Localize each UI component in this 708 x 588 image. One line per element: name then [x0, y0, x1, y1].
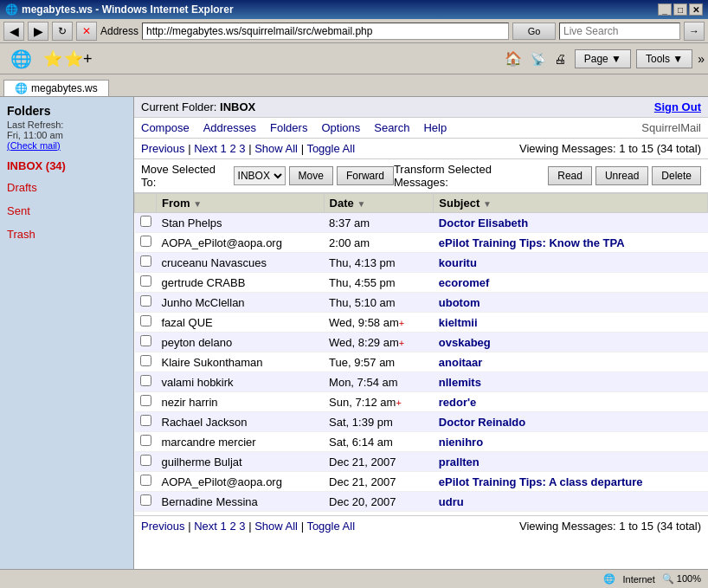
- email-subject-link[interactable]: nienihro: [439, 436, 483, 449]
- print-icon[interactable]: 🖨: [554, 52, 566, 66]
- sidebar-item-trash[interactable]: Trash: [7, 226, 126, 242]
- favorites-icon[interactable]: ⭐: [43, 49, 62, 68]
- email-checkbox[interactable]: [140, 494, 151, 506]
- maximize-button[interactable]: □: [673, 3, 687, 16]
- page-1-bottom-link[interactable]: 1: [221, 520, 227, 533]
- email-subject-link[interactable]: redor'e: [439, 396, 477, 409]
- email-subject-link[interactable]: kieltmii: [439, 316, 478, 329]
- prev-link[interactable]: Previous: [141, 142, 185, 155]
- email-subject-link[interactable]: ovskabeg: [439, 336, 491, 349]
- nav-compose[interactable]: Compose: [141, 121, 190, 134]
- email-from: marcandre mercier: [157, 432, 325, 452]
- nav-help[interactable]: Help: [423, 121, 447, 134]
- email-subject: nienihro: [434, 432, 708, 452]
- email-checkbox[interactable]: [140, 455, 151, 466]
- email-from: gertrude CRABB: [157, 273, 325, 293]
- more-icon[interactable]: »: [698, 52, 705, 66]
- toggle-all-bottom-link[interactable]: Toggle All: [306, 520, 355, 533]
- address-input[interactable]: [142, 23, 509, 40]
- email-checkbox[interactable]: [140, 475, 151, 486]
- email-checkbox[interactable]: [140, 395, 151, 406]
- page-2-link[interactable]: 2: [229, 142, 235, 155]
- email-checkbox[interactable]: [140, 335, 151, 346]
- search-go-button[interactable]: →: [684, 22, 705, 41]
- rss-icon[interactable]: 📡: [531, 52, 545, 66]
- email-subject-link[interactable]: nllemits: [439, 376, 481, 389]
- stop-button[interactable]: ✕: [76, 22, 97, 41]
- show-all-link[interactable]: Show All: [254, 142, 298, 155]
- email-checkbox[interactable]: [140, 216, 151, 227]
- nav-addresses[interactable]: Addresses: [203, 121, 256, 134]
- tools-button[interactable]: Tools ▼: [636, 49, 692, 68]
- email-checkbox[interactable]: [140, 275, 151, 287]
- email-subject-link[interactable]: ePilot Training Tips: Know the TPA: [439, 236, 625, 249]
- next-link[interactable]: Next: [194, 142, 217, 155]
- email-subject: prallten: [434, 452, 708, 472]
- folder-select[interactable]: INBOX: [234, 166, 286, 185]
- sign-out-link[interactable]: Sign Out: [654, 100, 701, 113]
- email-from: peyton delano: [157, 333, 325, 352]
- email-subject: nllemits: [434, 372, 708, 392]
- table-row: guilherme BuljatDec 21, 2007prallten: [135, 452, 708, 472]
- sort-subject-icon[interactable]: ▼: [483, 199, 492, 209]
- toggle-all-link[interactable]: Toggle All: [306, 142, 355, 155]
- email-checkbox[interactable]: [140, 355, 151, 366]
- email-checkbox[interactable]: [140, 315, 151, 326]
- email-from: nezir harrin: [157, 392, 325, 412]
- nav-options[interactable]: Options: [321, 121, 360, 134]
- email-checkbox[interactable]: [140, 295, 151, 307]
- th-from[interactable]: From ▼: [157, 194, 325, 213]
- email-checkbox[interactable]: [140, 236, 151, 247]
- go-button[interactable]: Go: [512, 23, 556, 40]
- email-subject-link[interactable]: anoitaar: [439, 356, 483, 369]
- email-subject-link[interactable]: ePilot Training Tips: A class departure: [439, 475, 643, 488]
- unread-button[interactable]: Unread: [595, 166, 648, 185]
- close-button[interactable]: ✕: [689, 3, 703, 16]
- email-date: Dec 21, 2007: [324, 452, 434, 472]
- email-subject-link[interactable]: ubotom: [439, 296, 480, 309]
- search-input[interactable]: [559, 23, 680, 40]
- forward-button[interactable]: Forward: [337, 166, 394, 185]
- email-subject-link[interactable]: prallten: [439, 456, 480, 468]
- home-icon[interactable]: 🏠: [505, 50, 522, 67]
- next-bottom-link[interactable]: Next: [194, 520, 217, 533]
- email-subject-link[interactable]: Doctor Reinaldo: [439, 416, 525, 429]
- tab-megabytes[interactable]: 🌐 megabytes.ws: [3, 80, 109, 96]
- sidebar-item-drafts[interactable]: Drafts: [7, 179, 126, 196]
- add-favorites-icon[interactable]: ⭐+: [64, 49, 93, 68]
- th-date[interactable]: Date ▼: [324, 194, 434, 213]
- page-2-bottom-link[interactable]: 2: [229, 520, 235, 533]
- email-checkbox[interactable]: [140, 375, 151, 386]
- forward-button[interactable]: ▶: [28, 22, 48, 41]
- nav-search[interactable]: Search: [374, 121, 409, 134]
- back-button[interactable]: ◀: [3, 22, 24, 41]
- move-button[interactable]: Move: [289, 166, 333, 185]
- email-subject-link[interactable]: Doctor Elisabeth: [439, 216, 528, 229]
- sort-date-icon[interactable]: ▼: [357, 199, 365, 209]
- email-subject-link[interactable]: ecoromef: [439, 276, 490, 289]
- sidebar-item-sent[interactable]: Sent: [7, 203, 126, 219]
- sort-from-icon[interactable]: ▼: [193, 199, 202, 209]
- email-checkbox[interactable]: [140, 435, 151, 446]
- table-row: marcandre mercierSat, 6:14 amnienihro: [135, 432, 708, 452]
- prev-bottom-link[interactable]: Previous: [141, 520, 185, 533]
- email-date: Wed, 9:58 am+: [324, 313, 434, 333]
- check-mail-link[interactable]: (Check mail): [7, 140, 126, 151]
- email-subject-link[interactable]: udru: [439, 495, 464, 508]
- email-checkbox[interactable]: [140, 415, 151, 426]
- email-subject-link[interactable]: kouritu: [439, 256, 477, 269]
- minimize-button[interactable]: _: [658, 3, 672, 16]
- sidebar-item-inbox[interactable]: INBOX (34): [7, 159, 126, 172]
- refresh-button[interactable]: ↻: [52, 22, 73, 41]
- th-subject[interactable]: Subject ▼: [434, 194, 708, 213]
- page-3-link[interactable]: 3: [239, 142, 245, 155]
- email-checkbox[interactable]: [140, 255, 151, 267]
- show-all-bottom-link[interactable]: Show All: [254, 520, 298, 533]
- page-3-bottom-link[interactable]: 3: [239, 520, 245, 533]
- read-button[interactable]: Read: [548, 166, 592, 185]
- nav-folders[interactable]: Folders: [270, 121, 307, 134]
- delete-button[interactable]: Delete: [652, 166, 701, 185]
- page-1-link[interactable]: 1: [221, 142, 227, 155]
- page-button[interactable]: Page ▼: [575, 49, 631, 68]
- table-row: peyton delanoWed, 8:29 am+ovskabeg: [135, 333, 708, 352]
